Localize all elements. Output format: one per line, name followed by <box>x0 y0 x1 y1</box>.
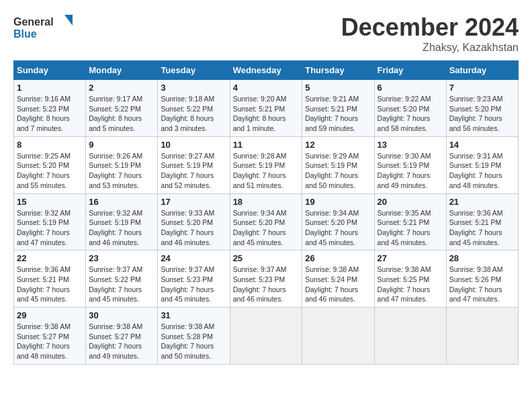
day-info: Sunrise: 9:18 AM Sunset: 5:22 PM Dayligh… <box>161 94 226 134</box>
day-number: 3 <box>161 83 226 93</box>
day-info: Sunrise: 9:38 AM Sunset: 5:26 PM Dayligh… <box>449 265 515 304</box>
day-number: 23 <box>89 253 154 263</box>
day-info: Sunrise: 9:26 AM Sunset: 5:19 PM Dayligh… <box>89 151 154 191</box>
calendar-cell: 22 Sunrise: 9:36 AM Sunset: 5:21 PM Dayl… <box>14 250 86 308</box>
day-number: 22 <box>17 253 83 263</box>
day-number: 9 <box>89 140 154 150</box>
day-info: Sunrise: 9:32 AM Sunset: 5:19 PM Dayligh… <box>89 208 154 248</box>
day-number: 24 <box>161 253 226 263</box>
calendar-cell: 30 Sunrise: 9:38 AM Sunset: 5:27 PM Dayl… <box>86 308 158 365</box>
day-info: Sunrise: 9:25 AM Sunset: 5:20 PM Dayligh… <box>17 151 83 191</box>
day-info: Sunrise: 9:31 AM Sunset: 5:19 PM Dayligh… <box>449 151 515 191</box>
calendar-cell: 3 Sunrise: 9:18 AM Sunset: 5:22 PM Dayli… <box>158 80 230 137</box>
calendar-cell: 10 Sunrise: 9:27 AM Sunset: 5:19 PM Dayl… <box>158 136 230 193</box>
day-number: 11 <box>233 140 300 150</box>
location: Zhaksy, Kazakhstan <box>341 42 519 54</box>
day-info: Sunrise: 9:35 AM Sunset: 5:21 PM Dayligh… <box>378 208 443 248</box>
calendar-cell: 16 Sunrise: 9:32 AM Sunset: 5:19 PM Dayl… <box>86 193 158 250</box>
weekday-header-tuesday: Tuesday <box>158 61 230 80</box>
calendar-cell: 27 Sunrise: 9:38 AM Sunset: 5:25 PM Dayl… <box>374 250 446 308</box>
day-info: Sunrise: 9:36 AM Sunset: 5:21 PM Dayligh… <box>17 265 83 304</box>
calendar-cell: 20 Sunrise: 9:35 AM Sunset: 5:21 PM Dayl… <box>374 193 446 250</box>
day-number: 28 <box>449 253 515 263</box>
weekday-header-friday: Friday <box>374 61 446 80</box>
day-info: Sunrise: 9:38 AM Sunset: 5:28 PM Dayligh… <box>161 322 226 361</box>
day-info: Sunrise: 9:28 AM Sunset: 5:19 PM Dayligh… <box>233 151 300 191</box>
day-number: 15 <box>17 197 83 207</box>
day-info: Sunrise: 9:34 AM Sunset: 5:20 PM Dayligh… <box>233 208 300 248</box>
day-number: 13 <box>378 140 443 150</box>
day-info: Sunrise: 9:38 AM Sunset: 5:27 PM Dayligh… <box>17 322 83 361</box>
calendar-cell: 15 Sunrise: 9:32 AM Sunset: 5:19 PM Dayl… <box>14 193 86 250</box>
calendar-cell: 26 Sunrise: 9:38 AM Sunset: 5:24 PM Dayl… <box>302 250 374 308</box>
calendar-cell: 2 Sunrise: 9:17 AM Sunset: 5:22 PM Dayli… <box>86 80 158 137</box>
day-number: 18 <box>233 197 300 207</box>
day-number: 21 <box>449 197 515 207</box>
calendar-cell <box>446 308 518 365</box>
calendar-cell: 19 Sunrise: 9:34 AM Sunset: 5:20 PM Dayl… <box>302 193 374 250</box>
day-info: Sunrise: 9:27 AM Sunset: 5:19 PM Dayligh… <box>161 151 226 191</box>
day-number: 7 <box>449 83 515 93</box>
svg-marker-2 <box>64 15 73 26</box>
day-number: 17 <box>161 197 226 207</box>
day-number: 5 <box>305 83 371 93</box>
calendar-cell: 23 Sunrise: 9:37 AM Sunset: 5:22 PM Dayl… <box>86 250 158 308</box>
day-info: Sunrise: 9:37 AM Sunset: 5:22 PM Dayligh… <box>89 265 154 304</box>
calendar-cell: 5 Sunrise: 9:21 AM Sunset: 5:21 PM Dayli… <box>302 80 374 137</box>
weekday-header-wednesday: Wednesday <box>230 61 302 80</box>
calendar-cell <box>374 308 446 365</box>
day-number: 25 <box>233 253 300 263</box>
day-info: Sunrise: 9:38 AM Sunset: 5:27 PM Dayligh… <box>89 322 154 361</box>
day-number: 16 <box>89 197 154 207</box>
day-info: Sunrise: 9:37 AM Sunset: 5:23 PM Dayligh… <box>233 265 300 304</box>
calendar-cell: 25 Sunrise: 9:37 AM Sunset: 5:23 PM Dayl… <box>230 250 302 308</box>
calendar-cell: 11 Sunrise: 9:28 AM Sunset: 5:19 PM Dayl… <box>230 136 302 193</box>
day-info: Sunrise: 9:29 AM Sunset: 5:19 PM Dayligh… <box>305 151 371 191</box>
calendar-week-3: 15 Sunrise: 9:32 AM Sunset: 5:19 PM Dayl… <box>14 193 519 250</box>
calendar-cell: 9 Sunrise: 9:26 AM Sunset: 5:19 PM Dayli… <box>86 136 158 193</box>
page-header: General Blue December 2024 Zhaksy, Kazak… <box>13 13 519 54</box>
day-number: 30 <box>89 310 154 320</box>
calendar-cell <box>302 308 374 365</box>
day-info: Sunrise: 9:30 AM Sunset: 5:19 PM Dayligh… <box>378 151 443 191</box>
calendar-cell: 1 Sunrise: 9:16 AM Sunset: 5:23 PM Dayli… <box>14 80 86 137</box>
calendar-cell: 14 Sunrise: 9:31 AM Sunset: 5:19 PM Dayl… <box>446 136 518 193</box>
weekday-header-saturday: Saturday <box>446 61 518 80</box>
day-number: 29 <box>17 310 83 320</box>
day-info: Sunrise: 9:37 AM Sunset: 5:23 PM Dayligh… <box>161 265 226 304</box>
day-number: 8 <box>17 140 83 150</box>
day-number: 26 <box>305 253 371 263</box>
calendar-table: SundayMondayTuesdayWednesdayThursdayFrid… <box>13 60 519 365</box>
day-info: Sunrise: 9:23 AM Sunset: 5:20 PM Dayligh… <box>449 94 515 134</box>
day-info: Sunrise: 9:33 AM Sunset: 5:20 PM Dayligh… <box>161 208 226 248</box>
calendar-cell: 8 Sunrise: 9:25 AM Sunset: 5:20 PM Dayli… <box>14 136 86 193</box>
day-number: 1 <box>17 83 83 93</box>
calendar-cell: 12 Sunrise: 9:29 AM Sunset: 5:19 PM Dayl… <box>302 136 374 193</box>
calendar-cell: 28 Sunrise: 9:38 AM Sunset: 5:26 PM Dayl… <box>446 250 518 308</box>
svg-text:Blue: Blue <box>13 28 37 40</box>
day-info: Sunrise: 9:20 AM Sunset: 5:21 PM Dayligh… <box>233 94 300 134</box>
logo: General Blue <box>13 13 74 42</box>
weekday-header-thursday: Thursday <box>302 61 374 80</box>
day-number: 20 <box>378 197 443 207</box>
calendar-cell: 7 Sunrise: 9:23 AM Sunset: 5:20 PM Dayli… <box>446 80 518 137</box>
svg-text:General: General <box>13 16 54 28</box>
calendar-cell: 17 Sunrise: 9:33 AM Sunset: 5:20 PM Dayl… <box>158 193 230 250</box>
month-title: December 2024 <box>341 13 519 42</box>
day-number: 4 <box>233 83 300 93</box>
calendar-cell: 24 Sunrise: 9:37 AM Sunset: 5:23 PM Dayl… <box>158 250 230 308</box>
calendar-week-4: 22 Sunrise: 9:36 AM Sunset: 5:21 PM Dayl… <box>14 250 519 308</box>
day-info: Sunrise: 9:32 AM Sunset: 5:19 PM Dayligh… <box>17 208 83 248</box>
day-info: Sunrise: 9:38 AM Sunset: 5:24 PM Dayligh… <box>305 265 371 304</box>
calendar-week-1: 1 Sunrise: 9:16 AM Sunset: 5:23 PM Dayli… <box>14 80 519 137</box>
calendar-cell <box>230 308 302 365</box>
day-number: 12 <box>305 140 371 150</box>
day-number: 19 <box>305 197 371 207</box>
calendar-week-5: 29 Sunrise: 9:38 AM Sunset: 5:27 PM Dayl… <box>14 308 519 365</box>
day-info: Sunrise: 9:36 AM Sunset: 5:21 PM Dayligh… <box>449 208 515 248</box>
title-block: December 2024 Zhaksy, Kazakhstan <box>341 13 519 54</box>
day-info: Sunrise: 9:22 AM Sunset: 5:20 PM Dayligh… <box>378 94 443 134</box>
calendar-cell: 31 Sunrise: 9:38 AM Sunset: 5:28 PM Dayl… <box>158 308 230 365</box>
weekday-header-sunday: Sunday <box>14 61 86 80</box>
day-number: 2 <box>89 83 154 93</box>
